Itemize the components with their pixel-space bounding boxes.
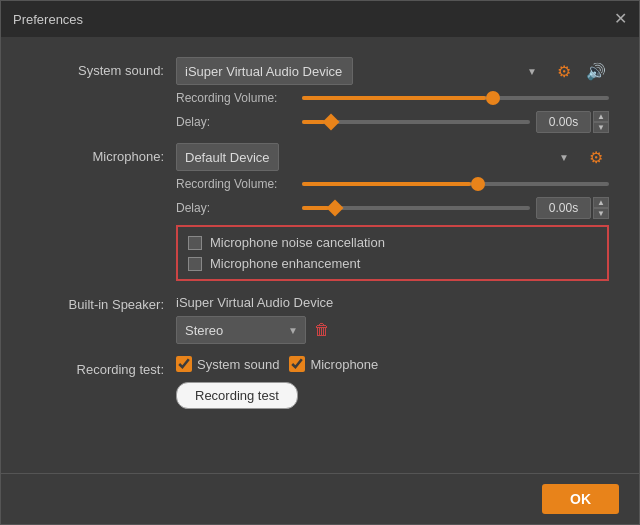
system-sound-volume-fill xyxy=(302,96,486,100)
system-sound-label: System sound: xyxy=(31,57,176,78)
recording-test-checkboxes: System sound Microphone xyxy=(176,356,609,372)
system-sound-test-text: System sound xyxy=(197,357,279,372)
system-sound-delay-row: Delay: ▲ ▼ xyxy=(176,111,609,133)
system-sound-delay-track xyxy=(302,120,530,124)
microphone-volume-track xyxy=(302,182,609,186)
system-sound-volume-thumb[interactable] xyxy=(486,91,500,105)
noise-cancellation-checkbox[interactable] xyxy=(188,236,202,250)
builtin-speaker-label: Built-in Speaker: xyxy=(31,291,176,312)
close-button[interactable]: ✕ xyxy=(614,11,627,27)
delete-speaker-button[interactable]: 🗑 xyxy=(314,321,330,339)
microphone-dropdown-wrapper: Default Device xyxy=(176,143,577,171)
microphone-checkbox-group: Microphone noise cancellation Microphone… xyxy=(176,225,609,281)
microphone-delay-thumb[interactable] xyxy=(327,200,344,217)
system-sound-delay-fill xyxy=(302,120,325,124)
system-sound-delay-spin: ▲ ▼ xyxy=(593,111,609,133)
stereo-dropdown-wrapper: Stereo xyxy=(176,316,306,344)
recording-test-button[interactable]: Recording test xyxy=(176,382,298,409)
system-sound-check-label: System sound xyxy=(176,356,279,372)
system-sound-volume-label: Recording Volume: xyxy=(176,91,296,105)
system-sound-controls: iSuper Virtual Audio Device ⚙ 🔊 Recordin… xyxy=(176,57,609,133)
recording-test-controls: System sound Microphone Recording test xyxy=(176,356,609,409)
microphone-delay-label: Delay: xyxy=(176,201,296,215)
noise-cancellation-item: Microphone noise cancellation xyxy=(188,235,597,250)
enhancement-item: Microphone enhancement xyxy=(188,256,597,271)
system-sound-volume-row: Recording Volume: xyxy=(176,91,609,105)
dialog-footer: OK xyxy=(1,473,639,524)
microphone-delay-input[interactable] xyxy=(536,197,591,219)
microphone-delay-spin: ▲ ▼ xyxy=(593,197,609,219)
system-sound-volume-icon[interactable]: 🔊 xyxy=(583,58,609,84)
dialog-title: Preferences xyxy=(13,12,83,27)
noise-cancellation-label: Microphone noise cancellation xyxy=(210,235,385,250)
stereo-row: Stereo 🗑 xyxy=(176,316,609,344)
microphone-check-label: Microphone xyxy=(289,356,378,372)
microphone-delay-down[interactable]: ▼ xyxy=(593,208,609,219)
ok-button[interactable]: OK xyxy=(542,484,619,514)
microphone-controls: Default Device ⚙ Recording Volume: Delay… xyxy=(176,143,609,281)
system-sound-volume-track xyxy=(302,96,609,100)
system-sound-dropdown[interactable]: iSuper Virtual Audio Device xyxy=(176,57,353,85)
microphone-settings-icon[interactable]: ⚙ xyxy=(583,144,609,170)
system-sound-settings-icon[interactable]: ⚙ xyxy=(551,58,577,84)
recording-test-label: Recording test: xyxy=(31,356,176,377)
microphone-delay-row: Delay: ▲ ▼ xyxy=(176,197,609,219)
microphone-delay-fill xyxy=(302,206,329,210)
preferences-dialog: Preferences ✕ System sound: iSuper Virtu… xyxy=(0,0,640,525)
microphone-delay-track xyxy=(302,206,530,210)
system-sound-delay-down[interactable]: ▼ xyxy=(593,122,609,133)
system-sound-delay-thumb[interactable] xyxy=(322,114,339,131)
enhancement-label: Microphone enhancement xyxy=(210,256,360,271)
microphone-volume-label: Recording Volume: xyxy=(176,177,296,191)
stereo-dropdown[interactable]: Stereo xyxy=(176,316,306,344)
microphone-volume-thumb[interactable] xyxy=(471,177,485,191)
microphone-volume-fill xyxy=(302,182,471,186)
microphone-test-text: Microphone xyxy=(310,357,378,372)
microphone-delay-up[interactable]: ▲ xyxy=(593,197,609,208)
enhancement-checkbox[interactable] xyxy=(188,257,202,271)
builtin-speaker-device: iSuper Virtual Audio Device xyxy=(176,291,609,310)
system-sound-delay-label: Delay: xyxy=(176,115,296,129)
builtin-speaker-section: Built-in Speaker: iSuper Virtual Audio D… xyxy=(31,291,609,344)
microphone-dropdown[interactable]: Default Device xyxy=(176,143,279,171)
system-sound-delay-input[interactable] xyxy=(536,111,591,133)
system-sound-test-checkbox[interactable] xyxy=(176,356,192,372)
recording-test-section: Recording test: System sound Microphone … xyxy=(31,356,609,409)
content-area: System sound: iSuper Virtual Audio Devic… xyxy=(1,37,639,473)
microphone-label: Microphone: xyxy=(31,143,176,164)
microphone-section: Microphone: Default Device ⚙ Recording V… xyxy=(31,143,609,281)
builtin-speaker-controls: iSuper Virtual Audio Device Stereo 🗑 xyxy=(176,291,609,344)
microphone-test-checkbox[interactable] xyxy=(289,356,305,372)
title-bar: Preferences ✕ xyxy=(1,1,639,37)
system-sound-delay-value-group: ▲ ▼ xyxy=(536,111,609,133)
system-sound-delay-up[interactable]: ▲ xyxy=(593,111,609,122)
microphone-delay-value-group: ▲ ▼ xyxy=(536,197,609,219)
system-sound-section: System sound: iSuper Virtual Audio Devic… xyxy=(31,57,609,133)
microphone-volume-row: Recording Volume: xyxy=(176,177,609,191)
system-sound-dropdown-wrapper: iSuper Virtual Audio Device xyxy=(176,57,545,85)
